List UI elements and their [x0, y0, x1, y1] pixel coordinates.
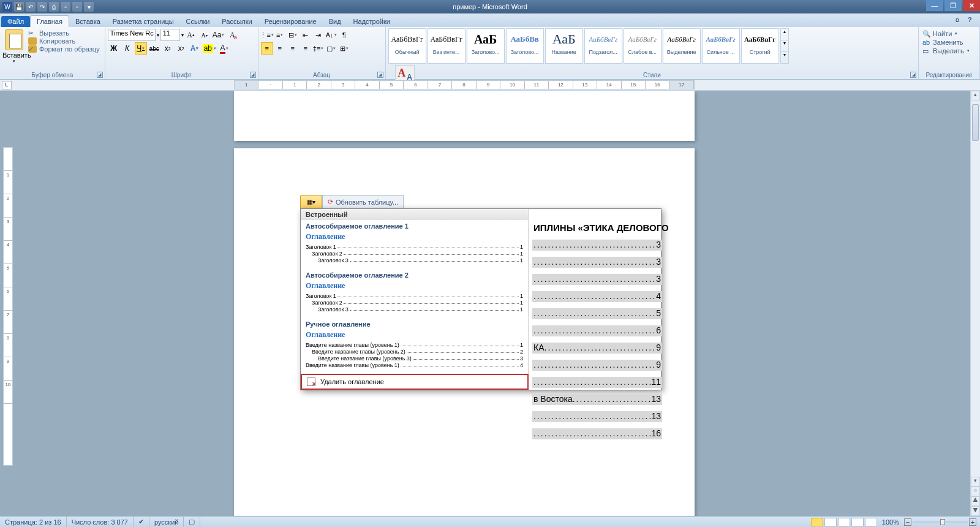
- status-proofing[interactable]: ✔: [134, 517, 149, 527]
- align-right-button[interactable]: ≡: [287, 42, 299, 55]
- scroll-down-icon[interactable]: ▾: [971, 477, 980, 487]
- shrink-font-button[interactable]: A▾: [198, 29, 211, 41]
- redo-icon[interactable]: ↷: [37, 2, 47, 12]
- web-view-button[interactable]: [838, 518, 850, 526]
- dialog-launcher[interactable]: ◢: [910, 72, 916, 78]
- style-strong[interactable]: АаБбВвГгСтрогий: [741, 28, 779, 64]
- gallery-more-icon[interactable]: ▾: [781, 51, 788, 63]
- dialog-launcher[interactable]: ◢: [250, 72, 256, 78]
- outline-view-button[interactable]: [851, 518, 864, 526]
- format-painter-button[interactable]: ✓Формат по образцу: [28, 45, 100, 53]
- paste-button[interactable]: Вставить ▾: [2, 28, 26, 69]
- highlight-button[interactable]: ab: [202, 42, 217, 55]
- align-left-button[interactable]: ≡: [261, 42, 273, 55]
- tab-page-layout[interactable]: Разметка страницы: [107, 16, 180, 27]
- qat-dropdown-icon[interactable]: ▾: [84, 2, 94, 12]
- close-button[interactable]: ✕: [963, 0, 980, 11]
- prev-page-icon[interactable]: ⯅: [971, 496, 980, 506]
- delete-toc-button[interactable]: Удалить оглавление: [301, 374, 529, 390]
- change-case-button[interactable]: Aa: [212, 29, 225, 41]
- minimize-ribbon-icon[interactable]: ۵: [956, 16, 964, 25]
- styles-gallery[interactable]: АаБбВвГгОбычный АаБбВвГгБез инте... АаБЗ…: [388, 28, 789, 64]
- style-subtitle[interactable]: АаБбВвГгПодзагол...: [584, 28, 622, 64]
- status-word-count[interactable]: Число слов: 3 077: [67, 517, 134, 527]
- cut-button[interactable]: ✂Вырезать: [28, 29, 100, 37]
- tab-references[interactable]: Ссылки: [180, 16, 216, 27]
- strikethrough-button[interactable]: abc: [148, 42, 160, 55]
- font-size-combo[interactable]: 11: [160, 29, 180, 41]
- scroll-thumb[interactable]: [972, 104, 979, 141]
- subscript-button[interactable]: x2: [162, 42, 174, 55]
- next-page-icon[interactable]: ⯆: [971, 506, 980, 516]
- style-title[interactable]: АаБНазвание: [545, 28, 583, 64]
- copy-button[interactable]: Копировать: [28, 37, 100, 45]
- select-button[interactable]: ▭Выделить▾: [922, 47, 976, 55]
- font-color-button[interactable]: A: [218, 42, 230, 55]
- borders-button[interactable]: ⊞: [338, 42, 350, 55]
- text-effects-button[interactable]: A: [189, 42, 201, 55]
- numbering-button[interactable]: ≡: [274, 29, 286, 41]
- status-language[interactable]: русский: [149, 517, 184, 527]
- clear-formatting-button[interactable]: A⊘: [226, 29, 238, 41]
- zoom-slider[interactable]: [913, 521, 968, 523]
- bullets-button[interactable]: ⋮≡: [261, 29, 273, 41]
- tab-addins[interactable]: Надстройки: [347, 16, 396, 27]
- gallery-preview[interactable]: Оглавление Заголовок 11 Заголовок 21 Заг…: [301, 280, 528, 318]
- qat-icon[interactable]: ▫: [72, 2, 82, 12]
- shading-button[interactable]: ▢: [325, 42, 337, 55]
- page-previous[interactable]: [234, 91, 695, 141]
- zoom-in-button[interactable]: +: [969, 518, 976, 526]
- sort-button[interactable]: A↓: [325, 29, 337, 41]
- qat-icon[interactable]: ▫: [61, 2, 70, 12]
- draft-view-button[interactable]: [865, 518, 877, 526]
- style-subtle-emphasis[interactable]: АаБбВвГгСлабое в...: [624, 28, 662, 64]
- replace-button[interactable]: abЗаменить: [922, 38, 976, 47]
- status-macro[interactable]: ▢: [184, 517, 200, 527]
- tab-mailings[interactable]: Рассылки: [216, 16, 258, 27]
- qat-icon[interactable]: ⎙: [49, 2, 59, 12]
- scroll-up-icon[interactable]: ▴: [971, 91, 980, 100]
- tab-selector[interactable]: L: [2, 81, 12, 89]
- tab-home[interactable]: Главная: [30, 15, 69, 27]
- zoom-level[interactable]: 100%: [882, 518, 899, 526]
- browse-object-icon[interactable]: ○: [971, 487, 980, 496]
- style-heading1[interactable]: АаБЗаголово...: [467, 28, 505, 64]
- gallery-preview[interactable]: Оглавление Введите название главы (урове…: [301, 329, 528, 374]
- gallery-item-auto1[interactable]: Автособираемое оглавление 1: [301, 220, 528, 231]
- maximize-button[interactable]: ❐: [944, 0, 962, 11]
- gallery-item-manual[interactable]: Ручное оглавление: [301, 318, 528, 329]
- vertical-scrollbar[interactable]: ▴ ▾ ○ ⯅ ⯆: [970, 91, 980, 516]
- style-no-spacing[interactable]: АаБбВвГгБез инте...: [428, 28, 466, 64]
- italic-button[interactable]: К: [121, 42, 134, 55]
- print-layout-view-button[interactable]: [811, 518, 823, 526]
- toc-handle-button[interactable]: ▦▾: [300, 195, 322, 208]
- justify-button[interactable]: ≡: [300, 42, 312, 55]
- superscript-button[interactable]: x2: [175, 42, 187, 55]
- font-name-combo[interactable]: Times New Rc: [108, 29, 156, 41]
- gallery-item-auto2[interactable]: Автособираемое оглавление 2: [301, 269, 528, 280]
- status-page[interactable]: Страница: 2 из 16: [0, 517, 67, 527]
- vertical-ruler[interactable]: 12345678910: [3, 147, 13, 466]
- horizontal-ruler[interactable]: 1·1234567891011121314151617: [234, 80, 695, 89]
- underline-button[interactable]: Ч: [135, 42, 147, 55]
- gallery-down-icon[interactable]: ▾: [781, 40, 788, 51]
- align-center-button[interactable]: ≡: [274, 42, 286, 55]
- minimize-button[interactable]: —: [926, 0, 943, 11]
- line-spacing-button[interactable]: ‡≡: [312, 42, 325, 55]
- multilevel-button[interactable]: ⊟: [287, 29, 299, 41]
- show-marks-button[interactable]: ¶: [338, 29, 350, 41]
- grow-font-button[interactable]: A▴: [185, 29, 197, 41]
- tab-view[interactable]: Вид: [323, 16, 347, 27]
- style-emphasis[interactable]: АаБбВвГгВыделение: [663, 28, 701, 64]
- find-button[interactable]: 🔍Найти▾: [922, 29, 976, 38]
- tab-review[interactable]: Рецензирование: [258, 16, 323, 27]
- word-icon[interactable]: W: [2, 2, 12, 12]
- tab-insert[interactable]: Вставка: [69, 16, 107, 27]
- increase-indent-button[interactable]: ⇥: [312, 29, 325, 41]
- help-icon[interactable]: ?: [968, 16, 976, 25]
- dialog-launcher[interactable]: ◢: [97, 72, 103, 78]
- style-normal[interactable]: АаБбВвГгОбычный: [388, 28, 426, 64]
- dialog-launcher[interactable]: ◢: [377, 72, 383, 78]
- style-intense-emphasis[interactable]: АаБбВвГгСильное ...: [702, 28, 740, 64]
- toc-update-button[interactable]: ⟳Обновить таблицу...: [322, 195, 404, 208]
